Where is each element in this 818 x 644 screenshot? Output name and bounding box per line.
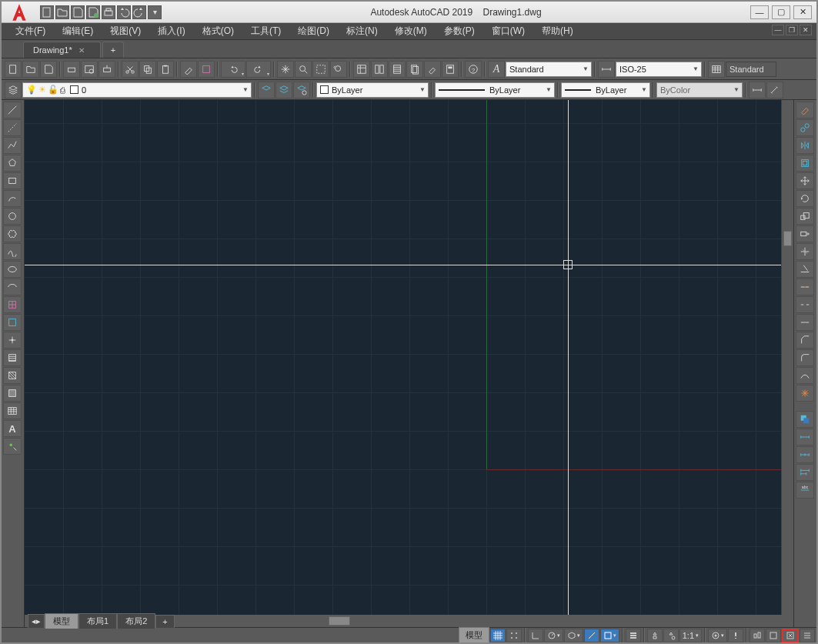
dim-linear2-button[interactable]	[796, 429, 814, 445]
fillet-button[interactable]	[796, 349, 814, 366]
construction-line-button[interactable]	[3, 119, 22, 136]
trim-button[interactable]	[796, 243, 814, 260]
properties-button[interactable]	[353, 61, 370, 78]
pan-button[interactable]	[277, 61, 294, 78]
draworder-button[interactable]	[796, 411, 814, 428]
minimize-button[interactable]: —	[750, 5, 769, 19]
dimension-style-button[interactable]	[598, 61, 615, 78]
break-button[interactable]	[796, 296, 814, 313]
redo-icon[interactable]	[132, 5, 146, 19]
plot-button[interactable]	[63, 61, 80, 78]
osnap-toggle[interactable]	[584, 629, 599, 642]
polar-toggle[interactable]: ▾	[544, 629, 563, 642]
open-icon[interactable]	[55, 5, 69, 19]
arc-button[interactable]	[3, 190, 22, 207]
annotation-monitor-button[interactable]	[728, 629, 743, 642]
new-button[interactable]	[5, 61, 22, 78]
join-button[interactable]	[796, 314, 814, 331]
menu-window[interactable]: 窗口(W)	[484, 23, 533, 39]
add-selected-button[interactable]	[3, 438, 22, 455]
model-space-button[interactable]: 模型	[459, 627, 489, 643]
region-button[interactable]	[3, 385, 22, 402]
menu-view[interactable]: 视图(V)	[102, 23, 149, 39]
match-properties-button[interactable]	[180, 61, 197, 78]
snap-toggle[interactable]	[506, 629, 522, 642]
isodraft-toggle[interactable]: ▾	[564, 629, 583, 642]
table-style-button[interactable]	[708, 61, 725, 78]
app-logo[interactable]	[5, 2, 34, 23]
break-at-point-button[interactable]	[796, 279, 814, 295]
zoom-window-button[interactable]	[312, 61, 329, 78]
table-button[interactable]	[3, 402, 22, 419]
text-style-button[interactable]: A	[488, 61, 505, 78]
mirror-button[interactable]	[796, 137, 814, 154]
hatch-button[interactable]	[3, 349, 22, 366]
qat-dropdown-icon[interactable]: ▾	[148, 5, 162, 19]
polyline-button[interactable]	[3, 137, 22, 154]
move-button[interactable]	[796, 172, 814, 189]
save-button[interactable]	[40, 61, 57, 78]
paste-button[interactable]	[157, 61, 174, 78]
scrollbar-thumb[interactable]	[329, 616, 350, 626]
table-style-combo[interactable]: Standard	[726, 62, 776, 77]
scrollbar-thumb[interactable]	[783, 231, 792, 246]
layer-combo[interactable]: 💡 ☀ 🔓 ⎙ 0 ▼	[22, 82, 252, 98]
lineweight-combo[interactable]: ByLayer▼	[561, 82, 650, 98]
point-button[interactable]	[3, 332, 22, 349]
workspace-button[interactable]: ▾	[708, 629, 727, 642]
sheet-set-button[interactable]	[406, 61, 423, 78]
blend-button[interactable]	[796, 367, 814, 384]
insert-block-button[interactable]	[3, 296, 22, 313]
menu-insert[interactable]: 插入(I)	[150, 23, 192, 39]
ellipse-button[interactable]	[3, 261, 22, 278]
layer-state-button[interactable]	[275, 82, 292, 98]
mdi-minimize-button[interactable]: —	[772, 25, 784, 35]
units-button[interactable]	[750, 629, 765, 642]
chamfer-button[interactable]	[796, 332, 814, 349]
layer-previous-button[interactable]	[258, 82, 275, 98]
color-combo[interactable]: ByLayer▼	[316, 82, 429, 98]
annotation-scale-toggle[interactable]	[647, 629, 663, 642]
explode-button[interactable]	[796, 385, 814, 402]
stretch-button[interactable]	[796, 225, 814, 242]
menu-modify[interactable]: 修改(M)	[387, 23, 435, 39]
scale-button[interactable]	[796, 208, 814, 225]
rotate-button[interactable]	[796, 190, 814, 207]
plot-preview-button[interactable]	[81, 61, 98, 78]
layout-add-button[interactable]: +	[155, 615, 174, 628]
mdi-close-button[interactable]: ✕	[800, 25, 812, 35]
text-style-combo[interactable]: Standard▼	[506, 62, 592, 77]
make-block-button[interactable]	[3, 314, 22, 331]
redo-button[interactable]: ▾	[246, 61, 271, 78]
menu-file[interactable]: 文件(F)	[8, 23, 53, 39]
saveas-icon[interactable]	[86, 5, 100, 19]
new-icon[interactable]	[40, 5, 54, 19]
annotation-visibility-toggle[interactable]	[663, 629, 679, 642]
layout-tab-nav[interactable]: ◂▸	[28, 614, 45, 628]
layout-tab-2[interactable]: 布局2	[117, 613, 155, 629]
copy-object-button[interactable]	[796, 119, 814, 136]
undo-button[interactable]: ▾	[221, 61, 245, 78]
block-editor-button[interactable]	[198, 61, 215, 78]
menu-param[interactable]: 参数(P)	[436, 23, 482, 39]
menu-draw[interactable]: 绘图(D)	[290, 23, 337, 39]
customize-button[interactable]	[800, 629, 815, 642]
dim-baseline-button[interactable]	[796, 464, 814, 481]
erase-button[interactable]	[796, 102, 814, 118]
quick-properties-button[interactable]	[766, 629, 781, 642]
mtext-button[interactable]: A	[3, 420, 22, 437]
print-icon[interactable]	[102, 5, 115, 19]
rectangle-button[interactable]	[3, 172, 22, 189]
clean-screen-button[interactable]	[782, 629, 799, 642]
dim-linear-button[interactable]	[749, 82, 766, 98]
menu-tools[interactable]: 工具(T)	[243, 23, 289, 39]
layer-properties-button[interactable]	[5, 82, 22, 98]
offset-button[interactable]	[796, 155, 814, 172]
menu-format[interactable]: 格式(O)	[195, 23, 242, 39]
design-center-button[interactable]	[371, 61, 388, 78]
gradient-button[interactable]	[3, 367, 22, 384]
dim-style-combo[interactable]: ISO-25▼	[616, 62, 702, 77]
save-icon[interactable]	[71, 5, 85, 19]
add-tab-button[interactable]: +	[102, 42, 124, 58]
menu-dimension[interactable]: 标注(N)	[339, 23, 386, 39]
